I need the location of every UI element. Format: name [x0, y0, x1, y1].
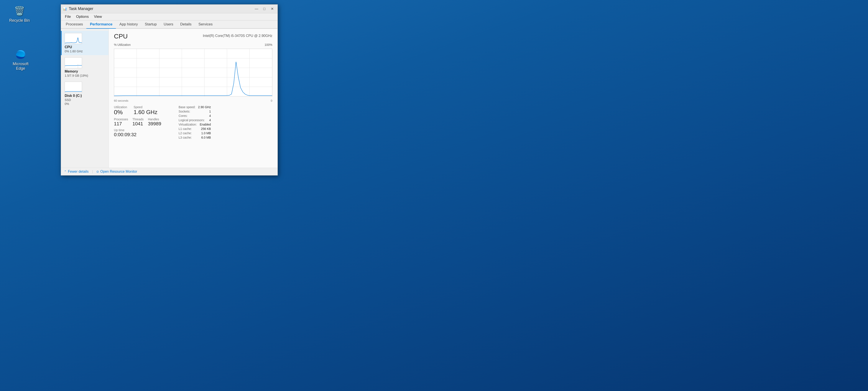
sidebar-item-cpu[interactable]: CPU 0% 1.60 GHz — [61, 31, 108, 55]
threads-stat: Threads 1041 — [132, 117, 144, 127]
cores-key: Cores: — [179, 114, 187, 117]
l2-row: L2 cache: 1.0 MB — [179, 132, 211, 135]
svg-rect-5 — [114, 49, 272, 96]
cores-row: Cores: 4 — [179, 114, 211, 117]
cpu-left-stats: Utilization 0% Speed 1.60 GHz Processes … — [114, 105, 161, 139]
threads-stat-label: Threads — [132, 117, 144, 121]
window-title: Task Manager — [69, 6, 93, 11]
close-button[interactable]: ✕ — [269, 6, 276, 12]
edge-label: Microsoft Edge — [9, 62, 33, 71]
handles-stat-label: Handles — [148, 117, 161, 121]
open-resource-monitor-link[interactable]: ⊙ Open Resource Monitor — [96, 170, 137, 173]
menu-file[interactable]: File — [62, 14, 73, 20]
menu-view[interactable]: View — [91, 14, 104, 20]
main-content: CPU 0% 1.60 GHz Memory 1.5/7.9 GB (19%) — [61, 29, 278, 168]
sidebar: CPU 0% 1.60 GHz Memory 1.5/7.9 GB (19%) — [61, 29, 109, 168]
graph-time-label: 60 seconds — [114, 99, 128, 102]
svg-rect-1 — [65, 33, 82, 44]
cpu-graph — [114, 49, 272, 96]
tabs-bar: Processes Performance App history Startu… — [61, 21, 278, 29]
tab-details[interactable]: Details — [177, 21, 195, 29]
sockets-key: Sockets: — [179, 110, 190, 113]
tab-startup[interactable]: Startup — [141, 21, 160, 29]
disk-sidebar-sub1: SSD — [65, 98, 105, 102]
cpu-sidebar-title: CPU — [65, 45, 105, 49]
graph-footer: 60 seconds 0 — [114, 99, 272, 102]
l3-key: L3 cache: — [179, 136, 192, 139]
window-controls: — □ ✕ — [253, 6, 276, 12]
fewer-details-label: Fewer details — [68, 170, 89, 173]
virt-row: Virtualization: Enabled — [179, 123, 211, 126]
fewer-details-link[interactable]: ⌃ Fewer details — [64, 170, 89, 173]
cpu-thumbnail — [65, 33, 82, 44]
processes-stat-value: 117 — [114, 121, 128, 127]
title-bar-left: 📊 Task Manager — [63, 6, 93, 11]
speed-stat-value: 1.60 GHz — [134, 109, 158, 116]
open-resource-monitor-label: Open Resource Monitor — [100, 170, 137, 173]
proc-thread-handles-row: Processes 117 Threads 1041 Handles 39989 — [114, 117, 161, 127]
tab-performance[interactable]: Performance — [86, 21, 116, 29]
l3-val: 6.0 MB — [202, 136, 211, 139]
l3-row: L3 cache: 6.0 MB — [179, 136, 211, 139]
svg-rect-4 — [65, 82, 82, 92]
svg-rect-2 — [65, 58, 82, 68]
base-speed-row: Base speed: 2.90 GHz — [179, 105, 211, 109]
cpu-panel-subtitle: Intel(R) Core(TM) i5-3470S CPU @ 2.90GHz — [203, 34, 272, 38]
tab-users[interactable]: Users — [160, 21, 177, 29]
processes-stat-label: Processes — [114, 117, 128, 121]
utilization-stat: Utilization 0% — [114, 105, 127, 116]
processes-stat: Processes 117 — [114, 117, 128, 127]
taskmanager-icon: 📊 — [63, 7, 67, 11]
cpu-stats-section: Utilization 0% Speed 1.60 GHz Processes … — [114, 105, 272, 139]
virt-key: Virtualization: — [179, 123, 197, 126]
tab-services[interactable]: Services — [195, 21, 216, 29]
disk-thumbnail — [65, 82, 82, 92]
sidebar-item-memory[interactable]: Memory 1.5/7.9 GB (19%) — [61, 55, 108, 80]
logical-val: 4 — [209, 118, 211, 122]
speed-stat-label: Speed — [134, 105, 158, 109]
threads-stat-value: 1041 — [132, 121, 144, 127]
uptime-stat-value: 0:00:09:32 — [114, 132, 161, 138]
l2-key: L2 cache: — [179, 132, 192, 135]
chevron-up-icon: ⌃ — [64, 170, 67, 173]
cpu-panel-title: CPU — [114, 33, 128, 40]
cpu-detail-panel: CPU Intel(R) Core(TM) i5-3470S CPU @ 2.9… — [109, 29, 278, 168]
sidebar-item-disk[interactable]: Disk 0 (C:) SSD 0% — [61, 80, 108, 108]
recycle-bin-label: Recycle Bin — [9, 18, 30, 23]
utilization-label-row: % Utilization 100% — [114, 43, 272, 47]
edge-icon[interactable]: Microsoft Edge — [9, 48, 33, 71]
l1-row: L1 cache: 256 KB — [179, 127, 211, 131]
recycle-bin-image: 🗑️ — [13, 4, 26, 18]
handles-stat: Handles 39989 — [148, 117, 161, 127]
tab-app-history[interactable]: App history — [116, 21, 141, 29]
util-speed-row: Utilization 0% Speed 1.60 GHz — [114, 105, 161, 116]
l1-key: L1 cache: — [179, 127, 192, 131]
speed-stat: Speed 1.60 GHz — [134, 105, 158, 116]
minimize-button[interactable]: — — [253, 6, 260, 12]
logical-key: Logical processors: — [179, 118, 205, 122]
l1-val: 256 KB — [201, 127, 211, 131]
cpu-sidebar-sub: 0% 1.60 GHz — [65, 50, 105, 53]
memory-thumbnail — [65, 57, 82, 68]
menu-bar: File Options View — [61, 13, 278, 21]
tab-processes[interactable]: Processes — [62, 21, 86, 29]
cpu-info-panel: Base speed: 2.90 GHz Sockets: 1 Cores: 4… — [179, 105, 211, 139]
edge-image — [14, 48, 27, 61]
utilization-stat-value: 0% — [114, 109, 127, 116]
cores-val: 4 — [209, 114, 211, 117]
uptime-stat-label: Up time — [114, 129, 161, 132]
menu-options[interactable]: Options — [73, 14, 91, 20]
footer: ⌃ Fewer details | ⊙ Open Resource Monito… — [61, 168, 278, 175]
sockets-row: Sockets: 1 — [179, 110, 211, 113]
uptime-stat: Up time 0:00:09:32 — [114, 129, 161, 138]
graph-right-label: 0 — [271, 99, 272, 102]
util-label-text: % Utilization — [114, 43, 131, 47]
task-manager-window: 📊 Task Manager — □ ✕ File Options View P… — [61, 4, 278, 175]
disk-sidebar-title: Disk 0 (C:) — [65, 94, 105, 98]
recycle-bin-icon[interactable]: 🗑️ Recycle Bin — [9, 4, 30, 23]
maximize-button[interactable]: □ — [260, 6, 268, 12]
utilization-stat-label: Utilization — [114, 105, 127, 109]
title-bar: 📊 Task Manager — □ ✕ — [61, 5, 278, 13]
memory-sidebar-title: Memory — [65, 69, 105, 74]
sockets-val: 1 — [209, 110, 211, 113]
